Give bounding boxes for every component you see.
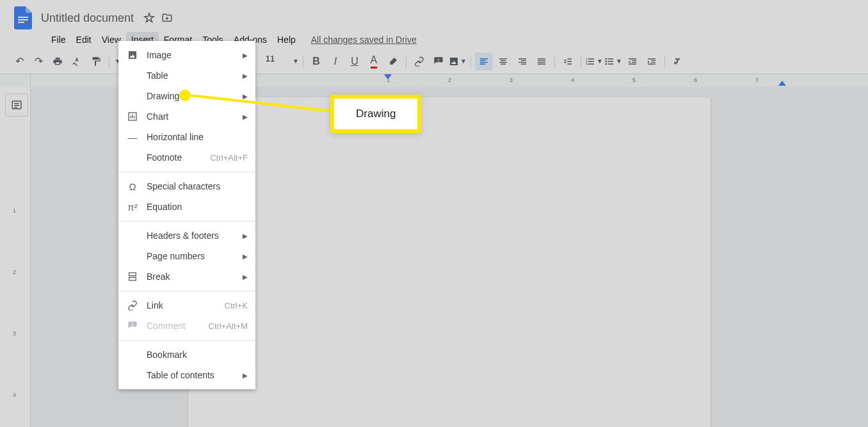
label: Footnote bbox=[147, 152, 210, 163]
insert-chart[interactable]: Chart▶ bbox=[118, 106, 255, 127]
insert-bookmark[interactable]: Bookmark bbox=[118, 344, 255, 365]
chevron-down-icon[interactable]: ▼ bbox=[293, 58, 299, 65]
separator bbox=[664, 55, 665, 68]
insert-horizontal-line[interactable]: —Horizontal line bbox=[118, 127, 255, 147]
image-icon bbox=[126, 50, 139, 60]
annotation-callout: Drawing bbox=[330, 95, 421, 133]
chevron-right-icon: ▶ bbox=[243, 52, 248, 59]
menu-help[interactable]: Help bbox=[272, 32, 301, 47]
insert-image-button[interactable]: ▼ bbox=[449, 52, 467, 70]
label: Link bbox=[147, 300, 225, 310]
align-justify-button[interactable] bbox=[533, 52, 551, 70]
chevron-right-icon: ▶ bbox=[243, 273, 248, 280]
svg-rect-2 bbox=[18, 22, 24, 23]
link-icon bbox=[126, 300, 139, 310]
insert-footnote[interactable]: FootnoteCtrl+Alt+F bbox=[118, 147, 255, 168]
document-title[interactable]: Untitled document bbox=[41, 12, 134, 25]
ruler-tick: 2 bbox=[448, 77, 451, 83]
outline-toggle-button[interactable] bbox=[5, 93, 28, 117]
bulleted-list-button[interactable]: ▼ bbox=[604, 52, 622, 70]
pi-icon: π² bbox=[126, 202, 139, 213]
vruler-tick: 2 bbox=[13, 269, 16, 275]
label: Page numbers bbox=[147, 251, 243, 261]
save-status[interactable]: All changes saved in Drive bbox=[311, 35, 417, 45]
shortcut: Ctrl+Alt+M bbox=[209, 321, 248, 331]
print-button[interactable] bbox=[49, 52, 67, 70]
insert-comment: CommentCtrl+Alt+M bbox=[118, 316, 255, 336]
move-folder-icon[interactable] bbox=[159, 10, 175, 26]
annotation-dot bbox=[179, 90, 191, 101]
insert-break[interactable]: Break▶ bbox=[118, 266, 255, 287]
insert-headers-footers[interactable]: Headers & footers▶ bbox=[118, 225, 255, 246]
vruler-tick: 1 bbox=[13, 207, 16, 214]
separator bbox=[303, 55, 303, 68]
label: Special characters bbox=[147, 181, 248, 191]
insert-equation[interactable]: π²Equation bbox=[118, 197, 255, 217]
label: Comment bbox=[147, 321, 209, 331]
docs-logo[interactable] bbox=[10, 5, 36, 31]
text-color-button[interactable]: A bbox=[365, 52, 383, 70]
label: Chart bbox=[147, 111, 243, 122]
menu-edit[interactable]: Edit bbox=[71, 32, 97, 47]
insert-image[interactable]: Image▶ bbox=[118, 45, 255, 65]
insert-special-chars[interactable]: ΩSpecial characters bbox=[118, 176, 255, 197]
vertical-ruler[interactable]: 1 2 3 4 bbox=[0, 87, 31, 427]
redo-button[interactable]: ↷ bbox=[29, 52, 47, 70]
star-icon[interactable] bbox=[141, 10, 157, 26]
insert-toc[interactable]: Table of contents▶ bbox=[118, 365, 255, 385]
align-left-button[interactable] bbox=[475, 52, 493, 70]
bold-button[interactable]: B bbox=[307, 52, 325, 70]
undo-button[interactable]: ↶ bbox=[10, 52, 28, 70]
font-size-input[interactable]: 11 bbox=[258, 54, 290, 69]
underline-button[interactable]: U bbox=[346, 52, 364, 70]
clear-formatting-button[interactable] bbox=[669, 52, 687, 70]
label: Bookmark bbox=[147, 350, 248, 360]
label: Drawing bbox=[147, 91, 243, 101]
label: Table of contents bbox=[147, 370, 243, 380]
label: Table bbox=[147, 70, 243, 81]
svg-point-5 bbox=[605, 63, 607, 65]
insert-page-numbers[interactable]: Page numbers▶ bbox=[118, 246, 255, 266]
vruler-tick: 4 bbox=[13, 392, 16, 398]
spellcheck-button[interactable] bbox=[68, 52, 86, 70]
chevron-right-icon: ▶ bbox=[243, 253, 248, 260]
chart-icon bbox=[126, 111, 139, 122]
increase-indent-button[interactable] bbox=[643, 52, 661, 70]
ruler-tick: 6 bbox=[694, 77, 697, 83]
insert-comment-button[interactable] bbox=[430, 52, 447, 70]
svg-rect-8 bbox=[129, 273, 136, 276]
ruler-tick: 4 bbox=[571, 77, 574, 83]
svg-point-4 bbox=[605, 60, 607, 62]
callout-text: Drawing bbox=[356, 108, 396, 120]
label: Horizontal line bbox=[147, 132, 248, 142]
decrease-indent-button[interactable] bbox=[623, 52, 641, 70]
insert-table[interactable]: Table▶ bbox=[118, 65, 255, 86]
break-icon bbox=[126, 271, 139, 282]
separator bbox=[406, 55, 406, 68]
comment-icon bbox=[126, 321, 139, 331]
title-bar: Untitled document bbox=[0, 5, 868, 31]
separator bbox=[118, 340, 255, 341]
chevron-right-icon: ▶ bbox=[243, 372, 248, 379]
document-page[interactable] bbox=[188, 97, 711, 427]
numbered-list-button[interactable]: ▼ bbox=[585, 52, 603, 70]
label: Headers & footers bbox=[147, 230, 243, 241]
label: Break bbox=[147, 271, 243, 282]
svg-point-3 bbox=[605, 58, 607, 60]
insert-link[interactable]: LinkCtrl+K bbox=[118, 295, 255, 316]
ruler-tick: 7 bbox=[755, 77, 759, 83]
paint-format-button[interactable] bbox=[87, 52, 105, 70]
align-center-button[interactable] bbox=[494, 52, 512, 70]
insert-link-button[interactable] bbox=[410, 52, 428, 70]
label: Equation bbox=[147, 202, 248, 212]
separator bbox=[554, 55, 555, 68]
chevron-right-icon: ▶ bbox=[243, 232, 248, 239]
svg-rect-9 bbox=[129, 277, 136, 280]
shortcut: Ctrl+Alt+F bbox=[210, 153, 248, 163]
line-spacing-button[interactable] bbox=[559, 52, 577, 70]
svg-rect-0 bbox=[18, 17, 28, 18]
italic-button[interactable]: I bbox=[326, 52, 344, 70]
align-right-button[interactable] bbox=[513, 52, 531, 70]
menu-file[interactable]: File bbox=[46, 32, 71, 47]
highlight-button[interactable] bbox=[384, 52, 402, 70]
